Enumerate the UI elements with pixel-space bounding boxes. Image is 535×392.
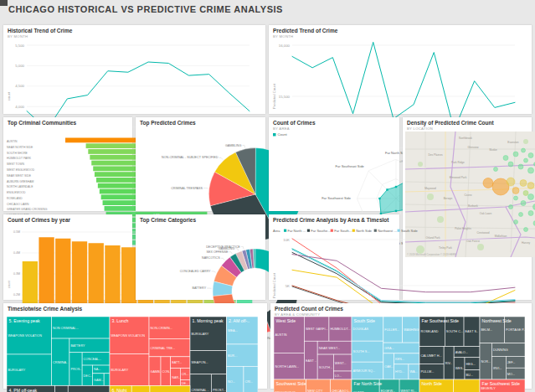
card-predicted-count-treemap[interactable]: Predicted Count of Crimes BY AREA & COMM…	[270, 303, 532, 389]
svg-text:Far Southwest Side: Far Southwest Side	[482, 381, 520, 386]
svg-text:16,000: 16,000	[279, 44, 291, 48]
svg-text:NORTH LAWNDALE: NORTH LAWNDALE	[7, 185, 33, 188]
svg-text:AVALO...: AVALO...	[455, 351, 468, 354]
svg-text:Berwyn: Berwyn	[444, 197, 453, 200]
svg-text:DOUGLAS: DOUGLAS	[353, 328, 369, 331]
svg-text:ROSELAND: ROSELAND	[421, 330, 439, 333]
svg-text:ENGLEWOOD: ENGLEWOOD	[7, 191, 26, 194]
svg-text:HUMBOLDT PARK: HUMBOLDT PARK	[7, 157, 32, 160]
svg-text:NEAR NORTH SIDE: NEAR NORTH SIDE	[7, 146, 33, 149]
card-title: Timeslotwise Crime Analysis	[8, 306, 82, 312]
svg-text:WEST...: WEST...	[335, 362, 347, 365]
svg-text:Harvey: Harvey	[522, 241, 531, 245]
svg-text:NARCOTICS: NARCOTICS	[202, 256, 220, 260]
card-title: Top Criminal Communities	[8, 120, 76, 126]
predicted-count-treemap[interactable]: AUSTINNORTH LAWN...WEST GARFI...HUMBOLDT…	[274, 317, 525, 392]
svg-text:GAMB..: GAMB..	[151, 370, 162, 374]
svg-text:0.5M: 0.5M	[13, 230, 20, 234]
page-title: CHICAGO HISTORICAL VS PREDICTIVE CRIME A…	[8, 4, 283, 14]
svg-text:WEST ENGLEWOOD: WEST ENGLEWOOD	[7, 168, 35, 172]
svg-text:2. AM off-..: 2. AM off-..	[229, 318, 249, 323]
svg-text:NON CRIMINAL...: NON CRIMINAL...	[53, 327, 79, 330]
svg-text:Predicted Count: Predicted Count	[272, 272, 276, 298]
svg-text:5,000: 5,000	[15, 64, 24, 68]
card-timeslot-treemap[interactable]: Timeslotwise Crime Analysis WEAPONS VIOL…	[3, 303, 267, 389]
svg-text:LO...: LO...	[335, 374, 342, 378]
svg-text:15,500: 15,500	[279, 95, 291, 99]
svg-text:4,500: 4,500	[15, 84, 24, 88]
svg-text:Far North Side: Far North Side	[354, 381, 383, 386]
card-subtitle: BY AREA	[273, 126, 290, 131]
card-top-crime-categories[interactable]: Top Crime Categories WEAPONS VIOLATIONBU…	[136, 214, 265, 300]
svg-text:SOUTH ..: SOUTH ..	[319, 366, 332, 369]
svg-text:AUSTIN: AUSTIN	[275, 333, 287, 337]
svg-text:WEST TOWN: WEST TOWN	[7, 162, 24, 166]
svg-text:JEF...: JEF...	[507, 361, 516, 364]
svg-text:North Side: North Side	[422, 381, 443, 386]
svg-text:Far Southeast Side: Far Southeast Side	[422, 318, 460, 323]
svg-text:4,000: 4,000	[15, 105, 24, 109]
svg-text:BEVERLY: BEVERLY	[481, 387, 496, 390]
svg-text:DUNNING: DUNNING	[493, 348, 508, 352]
svg-text:Glenview: Glenview	[467, 146, 479, 149]
card-title: Top Crime Categories	[140, 217, 196, 223]
svg-text:CALUMET H...: CALUMET H...	[421, 354, 442, 358]
card-title: Predicted Trend of Crime	[273, 28, 337, 34]
svg-text:WEAPONS VIOLATION: WEAPONS VIOLATION	[8, 334, 43, 338]
svg-text:Oak Lawn: Oak Lawn	[480, 212, 492, 215]
card-count-of-crimes[interactable]: Count of Crimes BY AREA CountFar North S…	[269, 117, 399, 211]
svg-text:DE...: DE...	[182, 382, 188, 385]
card-historical-trend[interactable]: Historical Trend of Crime BY MONTH 3,000…	[3, 25, 265, 114]
card-area-timeslot[interactable]: Predicted Crime Analysis by Area & Times…	[269, 214, 399, 300]
svg-text:Southwest Side: Southwest Side	[276, 381, 306, 386]
svg-text:NON-CRIMIN...: NON-CRIMIN...	[151, 327, 172, 330]
svg-text:10K: 10K	[283, 238, 290, 242]
svg-text:EAST ..: EAST ..	[306, 359, 316, 363]
card-subtitle: BY AREA & COMMUNITY	[275, 312, 320, 317]
svg-text:West Side: West Side	[276, 318, 296, 323]
svg-text:WASHING..: WASHING..	[404, 328, 420, 332]
card-predicted-trend[interactable]: Predicted Trend of Crime BY MONTH 15,000…	[269, 25, 532, 114]
svg-text:NON-CRIMINAL - SUBJECT SPECIFI: NON-CRIMINAL - SUBJECT SPECIFIED	[162, 156, 219, 159]
card-title: Historical Trend of Crime	[8, 28, 72, 34]
svg-text:5. Evening peak: 5. Evening peak	[9, 318, 41, 323]
card-top-criminal-communities[interactable]: Top Criminal Communities 100%AUSTIN2,456…	[3, 117, 132, 211]
svg-text:OAK..: OAK..	[384, 365, 393, 369]
svg-text:SOUTH S...: SOUTH S...	[353, 350, 370, 353]
svg-text:ARMOUR SQ...: ARMOUR SQ...	[353, 369, 376, 373]
svg-text:Far North …: Far North …	[288, 229, 306, 233]
svg-text:CRIMINAL ..: CRIMINAL ..	[192, 389, 209, 392]
svg-text:NO...: NO...	[228, 380, 235, 384]
card-top-predicted-crimes[interactable]: Top Predicted Crimes WEAPONS VIOLATIONBU…	[136, 117, 265, 211]
card-subtitle: BY LOCATION	[407, 126, 433, 131]
svg-text:Skokie: Skokie	[489, 148, 497, 152]
svg-text:GAMBLING: GAMBLING	[225, 144, 242, 147]
svg-text:Burbank: Burbank	[468, 204, 478, 208]
svg-text:0.4M: 0.4M	[13, 251, 20, 255]
svg-text:CRIMINAL TRESPASS: CRIMINAL TRESPASS	[171, 187, 203, 190]
card-subtitle: BY MONTH	[8, 34, 28, 39]
svg-text:EAST S..: EAST S..	[466, 330, 479, 333]
svg-text:PROS..: PROS..	[70, 368, 81, 371]
svg-text:count: count	[7, 91, 11, 101]
svg-text:Park Ridge: Park Ridge	[451, 161, 465, 164]
svg-text:WEST GARFI...: WEST GARFI...	[306, 328, 328, 331]
timeslot-treemap[interactable]: WEAPONS VIOLATIONBURGLARYNON CRIMINAL...…	[7, 317, 258, 392]
svg-text:AUBURN GRESHAM: AUBURN GRESHAM	[7, 180, 34, 183]
svg-text:Northwest …: Northwest …	[378, 229, 397, 233]
svg-text:Far Southwest Side: Far Southwest Side	[322, 196, 352, 200]
card-count-by-year[interactable]: Count of Crimes by year 0.0M0.1M0.2M0.3M…	[3, 214, 132, 300]
svg-text:CHICAGO LAWN: CHICAGO LAWN	[7, 203, 29, 206]
svg-text:NA...: NA...	[94, 368, 100, 371]
svg-text:Far Southe…: Far Southe…	[311, 229, 331, 233]
card-title: Density of Predicted Crime Count	[407, 120, 494, 126]
svg-text:NEAR WEST...: NEAR WEST...	[319, 347, 340, 350]
svg-text:Predicted Count: Predicted Count	[272, 83, 276, 109]
svg-text:BURGLARY: BURGLARY	[192, 333, 209, 336]
svg-text:WEAPONS VIOLATION: WEAPONS VIOLATION	[111, 334, 146, 338]
svg-text:CON..: CON..	[162, 370, 172, 374]
svg-text:BU...: BU...	[466, 374, 473, 377]
svg-text:1. Morning peak: 1. Morning peak	[193, 318, 224, 323]
svg-text:WES..: WES..	[455, 367, 465, 370]
svg-text:South Side: South Side	[401, 229, 418, 233]
